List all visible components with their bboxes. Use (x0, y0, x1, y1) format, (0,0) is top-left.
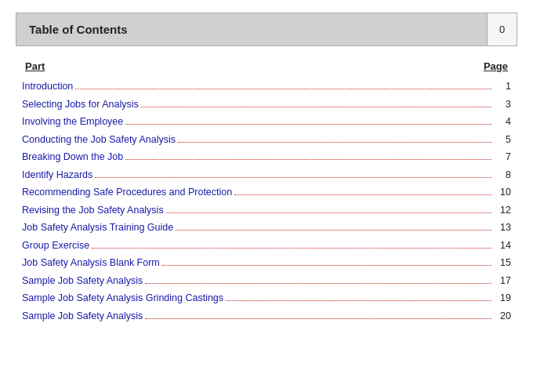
entry-title: Sample Job Safety Analysis (22, 274, 143, 289)
entry-title: Identify Hazards (22, 169, 92, 183)
toc-entry: Breaking Down the Job7 (22, 151, 511, 165)
toc-entry: Selecting Jobs for Analysis3 (22, 98, 511, 112)
entry-page: 8 (494, 169, 511, 183)
entry-page: 3 (494, 98, 511, 112)
entry-title: Conducting the Job Safety Analysis (22, 133, 176, 147)
entry-dots (176, 230, 491, 230)
entry-dots (178, 142, 491, 143)
col-headers: Part Page (22, 60, 511, 72)
toc-entry: Identify Hazards8 (22, 169, 511, 183)
col-part-label: Part (25, 60, 45, 72)
entry-title: Job Safety Analysis Training Guide (22, 221, 173, 235)
toc-entry: Sample Job Safety Analysis20 (22, 310, 511, 324)
entry-dots (166, 212, 491, 213)
toc-entry: Group Exercise14 (22, 239, 511, 253)
entry-page: 15 (494, 256, 511, 270)
entry-page: 7 (494, 151, 511, 165)
entry-page: 1 (494, 80, 511, 94)
toc-entry: Introduction1 (22, 80, 511, 94)
entry-dots (75, 89, 491, 89)
entry-page: 5 (494, 133, 511, 147)
toc-entry: Involving the Employee4 (22, 115, 511, 129)
entry-page: 12 (494, 204, 511, 218)
header-row: Table of Contents 0 (16, 13, 517, 46)
toc-entry: Recommending Safe Procedures and Protect… (22, 186, 511, 200)
entry-title: Recommending Safe Procedures and Protect… (22, 186, 232, 200)
header-page-number: 0 (499, 24, 505, 35)
entry-title: Breaking Down the Job (22, 151, 123, 165)
entry-title: Sample Job Safety Analysis (22, 310, 143, 324)
entry-page: 19 (494, 292, 511, 306)
toc-title: Table of Contents (29, 23, 128, 36)
entry-page: 14 (494, 239, 511, 253)
entry-dots (95, 177, 491, 178)
entry-dots (226, 300, 491, 301)
entry-page: 10 (494, 186, 511, 200)
entry-dots (92, 248, 491, 249)
entry-title: Group Exercise (22, 239, 89, 253)
entry-dots (162, 265, 491, 266)
toc-entry: Sample Job Safety Analysis Grinding Cast… (22, 292, 511, 306)
toc-entry: Job Safety Analysis Blank Form15 (22, 256, 511, 270)
entry-dots (145, 283, 491, 284)
toc-entry: Revising the Job Safety Analysis12 (22, 204, 511, 218)
toc-entry: Job Safety Analysis Training Guide13 (22, 221, 511, 235)
page-number-box: 0 (488, 13, 517, 46)
toc-entries: Introduction1Selecting Jobs for Analysis… (22, 80, 511, 323)
toc-entry: Sample Job Safety Analysis17 (22, 274, 511, 289)
col-page-label: Page (484, 60, 508, 72)
page-container: Table of Contents 0 Part Page Introducti… (0, 0, 533, 392)
entry-title: Introduction (22, 80, 73, 94)
entry-page: 17 (494, 274, 511, 289)
entry-title: Involving the Employee (22, 115, 123, 129)
entry-dots (141, 107, 491, 107)
entry-dots (145, 318, 491, 319)
entry-dots (125, 124, 491, 125)
toc-entry: Conducting the Job Safety Analysis5 (22, 133, 511, 147)
entry-page: 13 (494, 221, 511, 235)
entry-title: Job Safety Analysis Blank Form (22, 256, 160, 270)
entry-title: Sample Job Safety Analysis Grinding Cast… (22, 292, 223, 306)
entry-title: Revising the Job Safety Analysis (22, 204, 164, 218)
entry-page: 20 (494, 310, 511, 324)
toc-title-box: Table of Contents (16, 13, 488, 46)
entry-title: Selecting Jobs for Analysis (22, 98, 139, 112)
entry-dots (234, 194, 491, 195)
toc-table: Part Page Introduction1Selecting Jobs fo… (16, 60, 517, 323)
entry-dots (125, 159, 491, 160)
entry-page: 4 (494, 115, 511, 129)
